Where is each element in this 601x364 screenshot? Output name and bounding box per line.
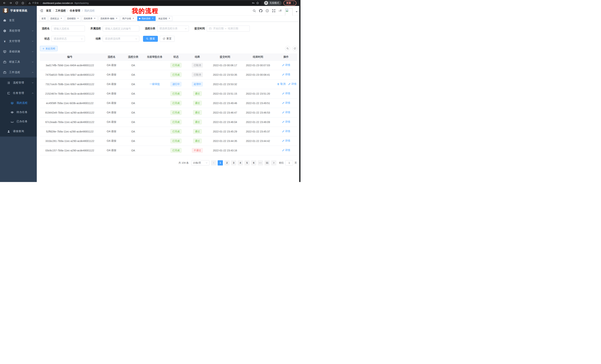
sidebar-item-dev-tools[interactable]: 研发工具 (0, 57, 37, 67)
close-icon[interactable]: × (77, 17, 79, 20)
security-warning-icon[interactable] (28, 2, 31, 4)
fullscreen-icon[interactable] (272, 9, 275, 12)
refresh-table-button[interactable] (292, 46, 297, 51)
sidebar-item-label: 请假查询 (13, 130, 24, 133)
reload-icon[interactable] (15, 1, 18, 4)
sidebar-item-process-management[interactable]: 流程管理 (0, 77, 37, 88)
tab-流程模型[interactable]: 流程模型× (65, 16, 81, 21)
address-bar[interactable]: 不安全 dashboard.yudao.iocoder.cn/bpm/task/… (27, 1, 261, 5)
search-icon[interactable] (253, 9, 256, 12)
cell-id: ec45f38f-7b9a-11ec-b03b-acde48001122 (40, 98, 100, 108)
filter-label-process: 所属流程 (89, 27, 101, 30)
cell-result: 已取消 (186, 70, 209, 79)
update-button[interactable]: 更新 (283, 0, 296, 6)
breadcrumb-item[interactable]: 工作流程 (55, 9, 66, 12)
进行中-badge: 进行中 (170, 82, 181, 86)
close-icon[interactable]: × (168, 17, 171, 20)
current-task-link[interactable]: 一级审批 (150, 83, 160, 86)
tab-发起流程[interactable]: 发起流程× (157, 16, 172, 21)
close-icon[interactable]: × (151, 17, 154, 20)
cell-actions: 详情 (275, 108, 297, 117)
process-definition-input[interactable] (103, 26, 139, 31)
page-size-select[interactable]: 10条/页 (191, 160, 210, 165)
hamburger-icon[interactable] (40, 9, 43, 12)
goto-page-input[interactable] (285, 160, 293, 165)
font-size-icon[interactable]: TT (279, 9, 282, 12)
search-button[interactable]: 搜索 (143, 36, 158, 42)
detail-action[interactable]: 详情 (282, 92, 290, 95)
detail-action[interactable]: 详情 (282, 101, 290, 105)
page-button-11[interactable]: 11 (264, 160, 270, 165)
tab-流程定义[interactable]: 流程定义× (49, 16, 64, 21)
help-icon[interactable]: ? (266, 9, 269, 12)
annotation-overlay: 我的流程 (132, 7, 159, 15)
tab-流程表单-编辑[interactable]: 流程表单-编辑× (99, 16, 120, 21)
close-icon[interactable]: × (60, 17, 63, 20)
tab-用户分组[interactable]: 用户分组× (120, 16, 136, 21)
已完成-badge: 已完成 (170, 129, 181, 134)
close-icon[interactable]: × (115, 17, 118, 20)
close-icon[interactable]: × (93, 17, 96, 20)
pager-ellipsis[interactable]: ··· (258, 160, 263, 165)
back-icon[interactable] (3, 1, 6, 4)
detail-action[interactable]: 详情 (282, 130, 290, 133)
sidebar-item-workflow[interactable]: 工作流程 (0, 67, 37, 77)
sidebar-item-my-process[interactable]: 我的流程 (0, 98, 37, 108)
sidebar-item-infrastructure[interactable]: 基础设施 (0, 46, 37, 57)
sidebar-item-home[interactable]: 首页 (0, 15, 37, 26)
breadcrumb-item[interactable]: 首页 (46, 9, 51, 12)
detail-action[interactable]: 详情 (282, 111, 290, 114)
detail-action[interactable]: 详情 (282, 63, 290, 67)
page-button-4[interactable]: 4 (238, 160, 243, 165)
page-button-5[interactable]: 5 (244, 160, 250, 165)
password-key-icon[interactable] (252, 1, 255, 4)
sidebar-item-system-management[interactable]: 系统管理 (0, 26, 37, 36)
sidebar-item-payment-management[interactable]: ¥支付管理 (0, 36, 37, 46)
process-name-input[interactable] (51, 26, 85, 31)
close-icon[interactable]: × (132, 17, 135, 20)
tab-流程表单[interactable]: 流程表单× (82, 16, 98, 21)
goto-label: 前往 (279, 161, 284, 164)
cancel-action[interactable]: 取消 (277, 82, 285, 86)
status-select[interactable]: 请选择状态 (51, 36, 85, 42)
reset-button[interactable]: 重置 (160, 36, 175, 42)
sidebar-item-leave-query[interactable]: 请假查询 (0, 126, 37, 136)
avatar[interactable] (285, 8, 292, 16)
已完成-badge: 已完成 (170, 63, 181, 67)
cell-status: 已完成 (166, 108, 186, 117)
url-path: /bpm/task/my (74, 2, 89, 4)
page-button-6[interactable]: 6 (251, 160, 256, 165)
detail-action[interactable]: 详情 (282, 73, 290, 76)
sidebar-item-task-management[interactable]: 任务管理 (0, 88, 37, 98)
filter-group-category: 流程分类 请选择流程分类 (143, 26, 189, 31)
logo[interactable]: 芋道管理系统 (0, 6, 37, 15)
tab-我的流程[interactable]: 我的流程× (137, 16, 156, 21)
prev-page-button[interactable] (211, 160, 216, 165)
avatar-caret-icon[interactable] (296, 11, 298, 13)
detail-action[interactable]: 详情 (288, 82, 296, 86)
detail-action[interactable]: 详情 (282, 139, 290, 143)
cell-end-time (241, 79, 275, 89)
result-select[interactable]: 请选择流结果 (103, 36, 139, 42)
tab-首页[interactable]: 首页 (40, 16, 48, 21)
browser-menu-dots-icon[interactable] (292, 2, 295, 4)
submit-time-range-picker[interactable]: 开始日期 - 结束日期 (207, 26, 250, 31)
detail-action[interactable]: 详情 (282, 149, 290, 152)
sidebar-item-todo-tasks[interactable]: 待办任务 (0, 108, 37, 117)
page-button-2[interactable]: 2 (224, 160, 230, 165)
security-label[interactable]: 不安全 (32, 1, 39, 5)
next-page-button[interactable] (271, 160, 276, 165)
cell-result: 已取消 (186, 60, 209, 70)
github-icon[interactable] (259, 9, 262, 12)
start-process-button[interactable]: 发起流程 (40, 46, 58, 51)
forward-icon[interactable] (9, 1, 12, 4)
home-icon[interactable] (21, 1, 24, 4)
show-search-button[interactable] (285, 46, 290, 51)
sidebar-item-done-tasks[interactable]: 已办任务 (0, 117, 37, 126)
detail-action[interactable]: 详情 (282, 120, 290, 124)
category-select[interactable]: 请选择流程分类 (157, 26, 189, 31)
breadcrumb-item[interactable]: 任务管理 (70, 9, 80, 12)
page-button-3[interactable]: 3 (231, 160, 236, 165)
page-button-1[interactable]: 1 (218, 160, 223, 165)
bookmark-star-icon[interactable] (256, 1, 259, 4)
